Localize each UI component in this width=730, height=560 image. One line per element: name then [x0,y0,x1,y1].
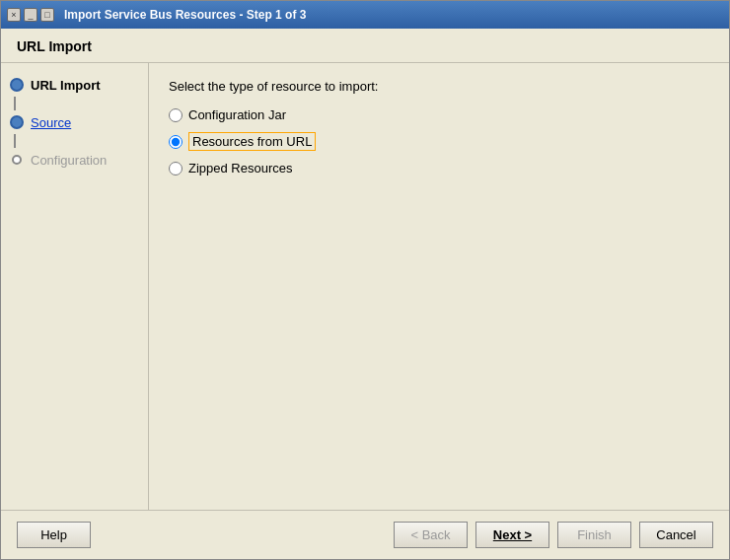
radio-resources-url[interactable] [169,135,182,149]
main-window: × _ □ Import Service Bus Resources - Ste… [0,0,730,560]
label-zipped-resources: Zipped Resources [188,161,293,175]
sidebar-item-configuration: Configuration [31,153,107,168]
step-connector-1 [14,97,16,110]
step3-icon [9,152,25,168]
radio-config-jar[interactable] [169,108,182,122]
sidebar: URL Import Source Configuration [1,63,149,510]
window-title: Import Service Bus Resources - Step 1 of… [64,8,723,22]
label-config-jar: Configuration Jar [188,107,286,122]
titlebar: × _ □ Import Service Bus Resources - Ste… [1,1,729,29]
close-button[interactable]: × [7,8,21,22]
option-config-jar[interactable]: Configuration Jar [169,107,709,122]
help-button[interactable]: Help [17,522,91,548]
footer-left: Help [17,522,394,548]
page-title-bar: URL Import [1,29,729,63]
sidebar-item-source[interactable]: Source [31,115,71,130]
step2-icon [9,114,25,130]
next-button[interactable]: Next > [475,522,549,548]
option-zipped-resources[interactable]: Zipped Resources [169,161,709,175]
finish-button[interactable]: Finish [557,522,631,548]
step1-icon [9,77,25,93]
restore-button[interactable]: □ [40,8,54,22]
footer-right: < Back Next > Finish Cancel [394,522,713,548]
cancel-button[interactable]: Cancel [639,522,713,548]
prompt-label: Select the type of resource to import: [169,79,709,94]
radio-group: Configuration Jar Resources from URL Zip… [169,107,709,175]
main-content: URL Import Source Configuration [1,63,729,510]
label-resources-url: Resources from URL [188,132,316,151]
minimize-button[interactable]: _ [24,8,37,22]
window-controls: × _ □ [7,8,54,22]
radio-zipped-resources[interactable] [169,162,182,175]
sidebar-item-url-import[interactable]: URL Import [31,78,101,93]
option-resources-url[interactable]: Resources from URL [169,132,709,151]
page-title: URL Import [17,38,92,54]
back-button[interactable]: < Back [394,522,468,548]
footer: Help < Back Next > Finish Cancel [1,510,729,559]
step-connector-2 [14,134,16,148]
content-area: Select the type of resource to import: C… [149,63,729,510]
